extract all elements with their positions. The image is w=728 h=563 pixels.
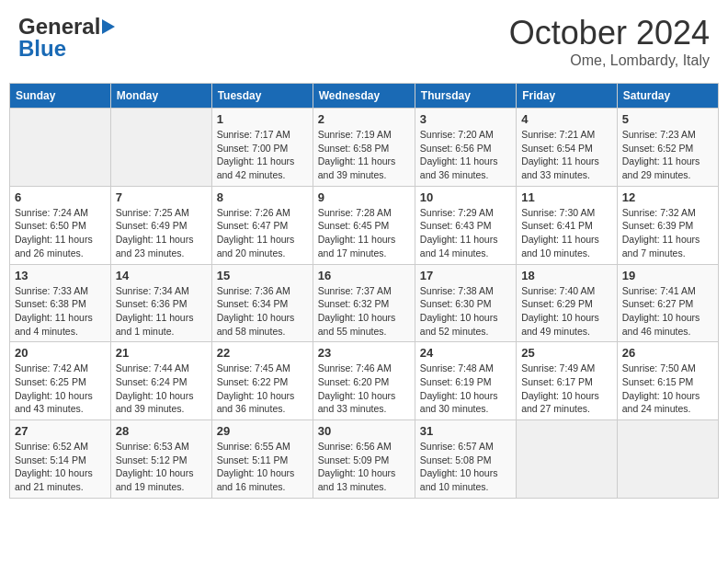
page-header: General Blue October 2024 Ome, Lombardy,… [9,9,719,74]
day-number: 4 [521,112,612,126]
calendar-cell: 19Sunrise: 7:41 AMSunset: 6:27 PMDayligh… [617,264,718,342]
day-info: Sunrise: 7:29 AMSunset: 6:43 PMDaylight:… [420,206,511,260]
day-number: 22 [217,346,308,360]
day-info: Sunrise: 7:42 AMSunset: 6:25 PMDaylight:… [15,362,106,416]
day-number: 10 [420,190,511,204]
day-info: Sunrise: 7:19 AMSunset: 6:58 PMDaylight:… [318,128,410,182]
day-number: 19 [622,269,713,282]
calendar-cell: 5Sunrise: 7:23 AMSunset: 6:52 PMDaylight… [617,109,718,187]
logo-blue: Blue [18,36,66,62]
day-number: 21 [116,346,207,360]
day-number: 13 [15,269,106,282]
day-info: Sunrise: 7:48 AMSunset: 6:19 PMDaylight:… [420,362,511,416]
day-number: 1 [217,112,308,126]
day-number: 12 [622,190,713,204]
day-number: 28 [116,424,207,438]
calendar-cell: 20Sunrise: 7:42 AMSunset: 6:25 PMDayligh… [10,342,111,420]
calendar-cell: 8Sunrise: 7:26 AMSunset: 6:47 PMDaylight… [211,186,313,264]
day-info: Sunrise: 6:55 AMSunset: 5:11 PMDaylight:… [217,440,308,494]
day-number: 24 [420,346,511,360]
day-number: 9 [318,190,410,204]
calendar-cell: 12Sunrise: 7:32 AMSunset: 6:39 PMDayligh… [617,186,718,264]
calendar-cell: 1Sunrise: 7:17 AMSunset: 7:00 PMDaylight… [211,109,313,187]
calendar-cell: 16Sunrise: 7:37 AMSunset: 6:32 PMDayligh… [313,264,415,342]
weekday-header-tuesday: Tuesday [211,84,313,109]
calendar-cell: 22Sunrise: 7:45 AMSunset: 6:22 PMDayligh… [211,342,313,420]
weekday-header-monday: Monday [110,84,211,109]
calendar-cell: 3Sunrise: 7:20 AMSunset: 6:56 PMDaylight… [415,109,516,187]
calendar-cell: 7Sunrise: 7:25 AMSunset: 6:49 PMDaylight… [110,186,211,264]
day-number: 8 [217,190,308,204]
day-number: 18 [521,269,612,282]
calendar-cell: 10Sunrise: 7:29 AMSunset: 6:43 PMDayligh… [415,186,516,264]
day-info: Sunrise: 7:33 AMSunset: 6:38 PMDaylight:… [15,284,106,339]
day-info: Sunrise: 7:50 AMSunset: 6:15 PMDaylight:… [622,362,713,416]
calendar-week-row: 1Sunrise: 7:17 AMSunset: 7:00 PMDaylight… [10,109,719,187]
calendar-week-row: 13Sunrise: 7:33 AMSunset: 6:38 PMDayligh… [10,264,719,342]
calendar-cell: 18Sunrise: 7:40 AMSunset: 6:29 PMDayligh… [517,264,618,342]
month-title: October 2024 [509,14,710,52]
day-info: Sunrise: 7:20 AMSunset: 6:56 PMDaylight:… [420,128,511,182]
calendar-cell: 4Sunrise: 7:21 AMSunset: 6:54 PMDaylight… [517,109,618,187]
day-info: Sunrise: 7:41 AMSunset: 6:27 PMDaylight:… [622,284,713,339]
day-info: Sunrise: 7:44 AMSunset: 6:24 PMDaylight:… [116,362,207,416]
day-number: 20 [15,346,106,360]
calendar-cell: 15Sunrise: 7:36 AMSunset: 6:34 PMDayligh… [211,264,313,342]
calendar-cell: 26Sunrise: 7:50 AMSunset: 6:15 PMDayligh… [617,342,718,420]
day-info: Sunrise: 7:24 AMSunset: 6:50 PMDaylight:… [15,206,106,260]
day-info: Sunrise: 7:38 AMSunset: 6:30 PMDaylight:… [420,284,511,339]
calendar-cell [617,420,718,499]
calendar-week-row: 20Sunrise: 7:42 AMSunset: 6:25 PMDayligh… [10,342,719,420]
day-info: Sunrise: 7:25 AMSunset: 6:49 PMDaylight:… [116,206,207,260]
calendar-cell: 28Sunrise: 6:53 AMSunset: 5:12 PMDayligh… [110,420,211,499]
day-info: Sunrise: 7:21 AMSunset: 6:54 PMDaylight:… [521,128,612,182]
calendar-cell: 11Sunrise: 7:30 AMSunset: 6:41 PMDayligh… [517,186,618,264]
calendar-cell: 9Sunrise: 7:28 AMSunset: 6:45 PMDaylight… [313,186,415,264]
day-info: Sunrise: 7:45 AMSunset: 6:22 PMDaylight:… [217,362,308,416]
day-info: Sunrise: 6:52 AMSunset: 5:14 PMDaylight:… [15,440,106,494]
day-info: Sunrise: 7:30 AMSunset: 6:41 PMDaylight:… [521,206,612,260]
day-info: Sunrise: 7:26 AMSunset: 6:47 PMDaylight:… [217,206,308,260]
title-block: October 2024 Ome, Lombardy, Italy [509,14,710,69]
day-number: 11 [521,190,612,204]
weekday-header-friday: Friday [517,84,618,109]
calendar-cell: 23Sunrise: 7:46 AMSunset: 6:20 PMDayligh… [313,342,415,420]
day-info: Sunrise: 7:40 AMSunset: 6:29 PMDaylight:… [521,284,612,339]
day-number: 29 [217,424,308,438]
day-number: 14 [116,269,207,282]
weekday-header-saturday: Saturday [617,84,718,109]
weekday-header-thursday: Thursday [415,84,516,109]
calendar-cell: 24Sunrise: 7:48 AMSunset: 6:19 PMDayligh… [415,342,516,420]
day-info: Sunrise: 6:56 AMSunset: 5:09 PMDaylight:… [318,440,410,494]
day-number: 5 [622,112,713,126]
day-info: Sunrise: 7:23 AMSunset: 6:52 PMDaylight:… [622,128,713,182]
day-number: 17 [420,269,511,282]
calendar-cell: 2Sunrise: 7:19 AMSunset: 6:58 PMDaylight… [313,109,415,187]
day-number: 27 [15,424,106,438]
day-number: 3 [420,112,511,126]
location-title: Ome, Lombardy, Italy [509,52,710,69]
day-number: 30 [318,424,410,438]
calendar-cell: 6Sunrise: 7:24 AMSunset: 6:50 PMDaylight… [10,186,111,264]
calendar-cell: 13Sunrise: 7:33 AMSunset: 6:38 PMDayligh… [10,264,111,342]
day-info: Sunrise: 7:37 AMSunset: 6:32 PMDaylight:… [318,284,410,339]
calendar-cell [110,109,211,187]
day-number: 16 [318,269,410,282]
day-number: 7 [116,190,207,204]
day-number: 23 [318,346,410,360]
day-number: 15 [217,269,308,282]
weekday-header-sunday: Sunday [10,84,111,109]
day-info: Sunrise: 7:28 AMSunset: 6:45 PMDaylight:… [318,206,410,260]
weekday-header-row: SundayMondayTuesdayWednesdayThursdayFrid… [10,84,719,109]
calendar-cell [517,420,618,499]
day-number: 31 [420,424,511,438]
day-info: Sunrise: 7:32 AMSunset: 6:39 PMDaylight:… [622,206,713,260]
calendar-cell: 21Sunrise: 7:44 AMSunset: 6:24 PMDayligh… [110,342,211,420]
weekday-header-wednesday: Wednesday [313,84,415,109]
day-info: Sunrise: 7:46 AMSunset: 6:20 PMDaylight:… [318,362,410,416]
day-info: Sunrise: 7:17 AMSunset: 7:00 PMDaylight:… [217,128,308,182]
day-info: Sunrise: 6:53 AMSunset: 5:12 PMDaylight:… [116,440,207,494]
calendar-cell: 31Sunrise: 6:57 AMSunset: 5:08 PMDayligh… [415,420,516,499]
day-number: 26 [622,346,713,360]
calendar-cell: 17Sunrise: 7:38 AMSunset: 6:30 PMDayligh… [415,264,516,342]
